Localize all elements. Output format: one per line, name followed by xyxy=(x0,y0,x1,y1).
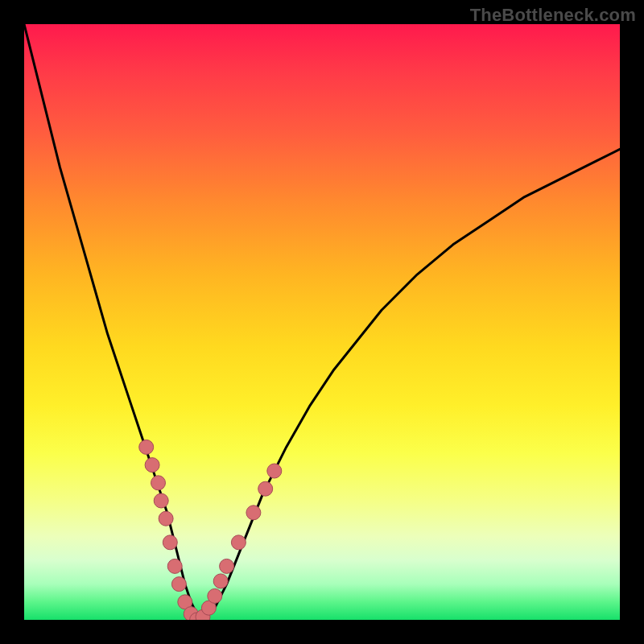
curve-marker xyxy=(220,559,234,573)
bottleneck-curve xyxy=(24,24,620,620)
watermark-text: TheBottleneck.com xyxy=(470,5,636,26)
curve-marker xyxy=(267,464,282,478)
curve-marker xyxy=(196,609,210,620)
curve-markers xyxy=(139,440,282,620)
curve-marker xyxy=(139,440,154,454)
curve-marker xyxy=(208,588,222,603)
curve-marker xyxy=(154,493,168,508)
chart-frame: TheBottleneck.com xyxy=(0,0,644,644)
curve-marker xyxy=(201,601,216,615)
curve-marker xyxy=(163,535,177,550)
curve-layer xyxy=(24,24,620,620)
curve-marker xyxy=(190,613,204,620)
curve-marker xyxy=(145,458,159,473)
curve-marker xyxy=(178,595,192,609)
curve-marker xyxy=(231,535,246,550)
curve-marker xyxy=(213,574,228,588)
curve-marker xyxy=(246,506,261,520)
curve-marker xyxy=(167,559,182,573)
curve-marker xyxy=(151,476,166,490)
curve-marker xyxy=(159,511,173,526)
curve-marker xyxy=(184,607,198,620)
plot-area xyxy=(24,24,620,620)
curve-marker xyxy=(171,577,186,592)
curve-marker xyxy=(258,481,273,496)
